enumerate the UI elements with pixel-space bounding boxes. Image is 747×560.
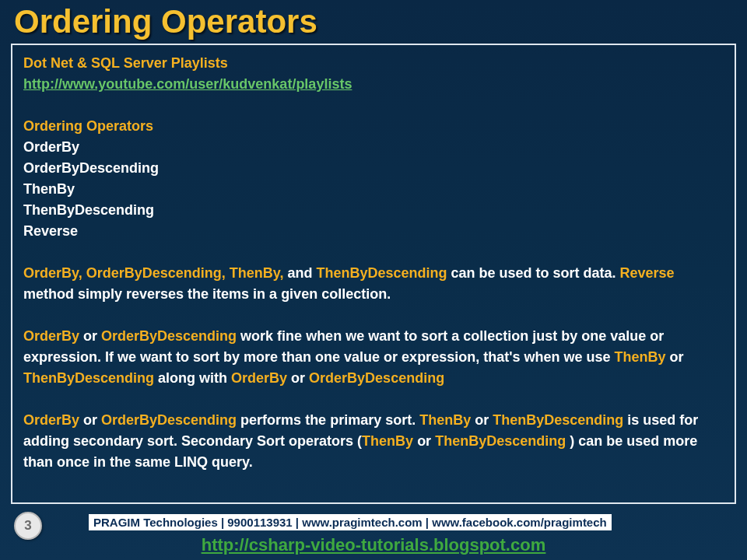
keyword: Reverse <box>620 265 675 281</box>
text: can be used to sort data. <box>447 265 619 281</box>
operator-item: Reverse <box>23 221 724 242</box>
keyword: OrderByDescending <box>309 370 444 386</box>
playlists-label: Dot Net & SQL Server Playlists <box>23 53 724 74</box>
footer-info-bar: PRAGIM Technologies | 9900113931 | www.p… <box>89 514 612 530</box>
keyword: OrderBy <box>23 412 79 428</box>
text: or <box>79 328 101 344</box>
text: or <box>287 370 309 386</box>
operator-item: OrderBy <box>23 137 724 158</box>
keyword: ThenBy <box>614 349 665 365</box>
keyword: OrderBy, OrderByDescending, ThenBy, <box>23 265 283 281</box>
operator-item: ThenBy <box>23 179 724 200</box>
text: method simply reverses the items in a gi… <box>23 286 391 302</box>
keyword: OrderBy <box>231 370 287 386</box>
keyword: ThenByDescending <box>493 412 623 428</box>
keyword: ThenByDescending <box>316 265 447 281</box>
text: or <box>413 433 435 449</box>
keyword: ThenByDescending <box>435 433 566 449</box>
blog-link[interactable]: http://csharp-video-tutorials.blogspot.c… <box>202 535 545 555</box>
text: along with <box>154 370 231 386</box>
slide-title: Ordering Operators <box>0 0 747 42</box>
playlists-link[interactable]: http://www.youtube.com/user/kudvenkat/pl… <box>23 76 352 92</box>
keyword: OrderByDescending <box>101 412 237 428</box>
keyword: ThenBy <box>419 412 471 428</box>
content-box: Dot Net & SQL Server Playlists http://ww… <box>11 44 736 504</box>
paragraph-2: OrderBy or OrderByDescending work fine w… <box>23 326 724 389</box>
operator-item: OrderByDescending <box>23 158 724 179</box>
text: performs the primary sort. <box>237 412 419 428</box>
paragraph-3: OrderBy or OrderByDescending performs th… <box>23 410 724 473</box>
keyword: ThenByDescending <box>23 370 154 386</box>
paragraph-1: OrderBy, OrderByDescending, ThenBy, and … <box>23 263 724 305</box>
text: and <box>283 265 316 281</box>
text: or <box>79 412 101 428</box>
keyword: OrderByDescending <box>101 328 237 344</box>
section-heading: Ordering Operators <box>23 116 724 137</box>
operator-item: ThenByDescending <box>23 200 724 221</box>
keyword: ThenBy <box>362 433 413 449</box>
footer: 3 PRAGIM Technologies | 9900113931 | www… <box>0 510 747 560</box>
text: or <box>471 412 493 428</box>
text: or <box>666 349 684 365</box>
keyword: OrderBy <box>23 328 79 344</box>
